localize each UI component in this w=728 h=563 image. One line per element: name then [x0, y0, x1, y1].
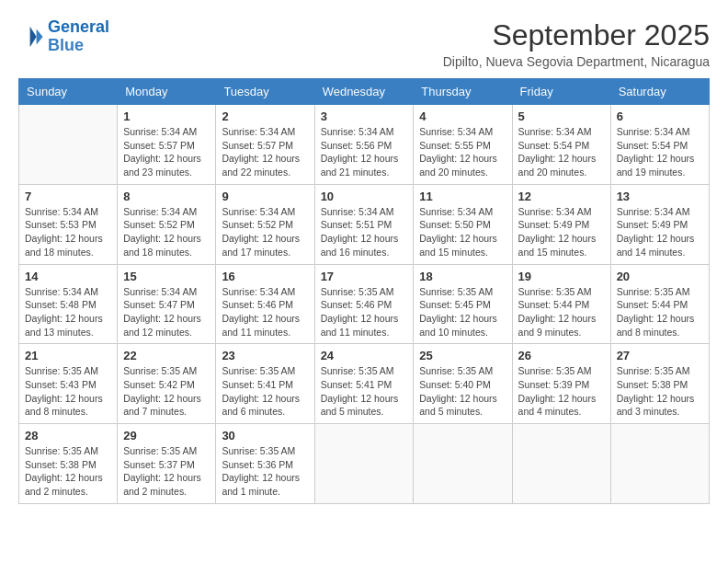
day-number: 20	[617, 270, 703, 283]
day-number: 16	[222, 270, 308, 283]
week-row-3: 14Sunrise: 5:34 AMSunset: 5:48 PMDayligh…	[19, 264, 710, 344]
day-number: 1	[123, 109, 210, 123]
day-number: 26	[518, 349, 605, 362]
day-number: 15	[123, 270, 210, 283]
day-info: Sunrise: 5:35 AMSunset: 5:44 PMDaylight:…	[518, 285, 605, 339]
calendar-cell: 7Sunrise: 5:34 AMSunset: 5:53 PMDaylight…	[19, 184, 118, 264]
day-info: Sunrise: 5:34 AMSunset: 5:54 PMDaylight:…	[617, 125, 703, 179]
day-number: 8	[123, 190, 210, 203]
day-number: 24	[321, 349, 408, 362]
day-number: 25	[419, 349, 506, 362]
day-number: 4	[419, 109, 506, 123]
day-info: Sunrise: 5:34 AMSunset: 5:51 PMDaylight:…	[321, 205, 408, 259]
svg-marker-0	[37, 29, 43, 44]
logo-text: General Blue	[48, 18, 109, 55]
day-number: 19	[518, 270, 605, 283]
week-row-4: 21Sunrise: 5:35 AMSunset: 5:43 PMDayligh…	[19, 344, 710, 424]
day-info: Sunrise: 5:35 AMSunset: 5:37 PMDaylight:…	[123, 444, 210, 499]
day-info: Sunrise: 5:35 AMSunset: 5:38 PMDaylight:…	[25, 444, 111, 499]
day-number: 6	[617, 109, 703, 123]
day-number: 30	[222, 429, 308, 442]
day-info: Sunrise: 5:35 AMSunset: 5:42 PMDaylight:…	[123, 364, 210, 419]
day-info: Sunrise: 5:35 AMSunset: 5:41 PMDaylight:…	[321, 364, 408, 419]
calendar-cell: 16Sunrise: 5:34 AMSunset: 5:46 PMDayligh…	[216, 264, 314, 344]
calendar-cell: 24Sunrise: 5:35 AMSunset: 5:41 PMDayligh…	[314, 344, 414, 424]
calendar-cell: 21Sunrise: 5:35 AMSunset: 5:43 PMDayligh…	[19, 344, 118, 424]
day-info: Sunrise: 5:35 AMSunset: 5:44 PMDaylight:…	[617, 285, 703, 339]
calendar-cell: 29Sunrise: 5:35 AMSunset: 5:37 PMDayligh…	[118, 424, 216, 504]
title-block: September 2025 Dipilto, Nueva Segovia De…	[443, 18, 710, 69]
weekday-header-thursday: Thursday	[414, 79, 512, 105]
day-info: Sunrise: 5:35 AMSunset: 5:41 PMDaylight:…	[222, 364, 308, 419]
day-info: Sunrise: 5:34 AMSunset: 5:47 PMDaylight:…	[123, 285, 210, 339]
day-info: Sunrise: 5:34 AMSunset: 5:49 PMDaylight:…	[617, 205, 703, 259]
logo: General Blue	[18, 18, 109, 55]
day-number: 23	[222, 349, 308, 362]
calendar-cell	[610, 424, 709, 504]
calendar-cell: 13Sunrise: 5:34 AMSunset: 5:49 PMDayligh…	[610, 184, 709, 264]
calendar-cell: 17Sunrise: 5:35 AMSunset: 5:46 PMDayligh…	[314, 264, 414, 344]
calendar-cell	[19, 105, 118, 185]
day-number: 14	[25, 270, 111, 283]
calendar-cell: 3Sunrise: 5:34 AMSunset: 5:56 PMDaylight…	[314, 105, 414, 185]
weekday-header-sunday: Sunday	[19, 79, 118, 105]
day-number: 11	[419, 190, 506, 203]
day-number: 2	[222, 109, 308, 123]
calendar-cell: 4Sunrise: 5:34 AMSunset: 5:55 PMDaylight…	[414, 105, 512, 185]
day-number: 29	[123, 429, 210, 442]
weekday-header-wednesday: Wednesday	[314, 79, 414, 105]
day-number: 18	[419, 270, 506, 283]
calendar-cell: 9Sunrise: 5:34 AMSunset: 5:52 PMDaylight…	[216, 184, 314, 264]
day-info: Sunrise: 5:35 AMSunset: 5:36 PMDaylight:…	[222, 444, 308, 499]
day-number: 10	[321, 190, 408, 203]
day-info: Sunrise: 5:34 AMSunset: 5:48 PMDaylight:…	[25, 285, 111, 339]
day-number: 27	[617, 349, 703, 362]
day-number: 3	[321, 109, 408, 123]
day-number: 28	[25, 429, 111, 442]
day-info: Sunrise: 5:34 AMSunset: 5:46 PMDaylight:…	[222, 285, 308, 339]
calendar-cell: 23Sunrise: 5:35 AMSunset: 5:41 PMDayligh…	[216, 344, 314, 424]
week-row-5: 28Sunrise: 5:35 AMSunset: 5:38 PMDayligh…	[19, 424, 710, 504]
weekday-header-tuesday: Tuesday	[216, 79, 314, 105]
day-info: Sunrise: 5:34 AMSunset: 5:54 PMDaylight:…	[518, 125, 605, 179]
weekday-header-saturday: Saturday	[610, 79, 709, 105]
calendar-cell: 30Sunrise: 5:35 AMSunset: 5:36 PMDayligh…	[216, 424, 314, 504]
day-number: 22	[123, 349, 210, 362]
day-number: 12	[518, 190, 605, 203]
day-info: Sunrise: 5:35 AMSunset: 5:43 PMDaylight:…	[25, 364, 111, 419]
weekday-header-friday: Friday	[512, 79, 610, 105]
day-info: Sunrise: 5:34 AMSunset: 5:56 PMDaylight:…	[321, 125, 408, 179]
svg-marker-1	[30, 27, 37, 47]
calendar: SundayMondayTuesdayWednesdayThursdayFrid…	[18, 78, 710, 504]
calendar-cell: 15Sunrise: 5:34 AMSunset: 5:47 PMDayligh…	[118, 264, 216, 344]
day-number: 13	[617, 190, 703, 203]
subtitle: Dipilto, Nueva Segovia Department, Nicar…	[443, 54, 710, 69]
calendar-cell	[414, 424, 512, 504]
day-info: Sunrise: 5:34 AMSunset: 5:57 PMDaylight:…	[222, 125, 308, 179]
day-info: Sunrise: 5:35 AMSunset: 5:39 PMDaylight:…	[518, 364, 605, 419]
calendar-cell: 27Sunrise: 5:35 AMSunset: 5:38 PMDayligh…	[610, 344, 709, 424]
weekday-header-row: SundayMondayTuesdayWednesdayThursdayFrid…	[19, 79, 710, 105]
calendar-cell: 11Sunrise: 5:34 AMSunset: 5:50 PMDayligh…	[414, 184, 512, 264]
day-number: 21	[25, 349, 111, 362]
page-header: General Blue September 2025 Dipilto, Nue…	[18, 18, 710, 69]
calendar-cell: 8Sunrise: 5:34 AMSunset: 5:52 PMDaylight…	[118, 184, 216, 264]
day-info: Sunrise: 5:34 AMSunset: 5:53 PMDaylight:…	[25, 205, 111, 259]
day-info: Sunrise: 5:35 AMSunset: 5:40 PMDaylight:…	[419, 364, 506, 419]
day-number: 9	[222, 190, 308, 203]
day-number: 5	[518, 109, 605, 123]
calendar-cell: 22Sunrise: 5:35 AMSunset: 5:42 PMDayligh…	[118, 344, 216, 424]
day-info: Sunrise: 5:34 AMSunset: 5:57 PMDaylight:…	[123, 125, 210, 179]
day-info: Sunrise: 5:34 AMSunset: 5:50 PMDaylight:…	[419, 205, 506, 259]
calendar-cell	[512, 424, 610, 504]
calendar-cell: 14Sunrise: 5:34 AMSunset: 5:48 PMDayligh…	[19, 264, 118, 344]
calendar-cell: 10Sunrise: 5:34 AMSunset: 5:51 PMDayligh…	[314, 184, 414, 264]
week-row-2: 7Sunrise: 5:34 AMSunset: 5:53 PMDaylight…	[19, 184, 710, 264]
month-year: September 2025	[443, 18, 710, 52]
logo-icon	[18, 24, 44, 50]
day-info: Sunrise: 5:35 AMSunset: 5:46 PMDaylight:…	[321, 285, 408, 339]
day-info: Sunrise: 5:34 AMSunset: 5:55 PMDaylight:…	[419, 125, 506, 179]
day-info: Sunrise: 5:34 AMSunset: 5:49 PMDaylight:…	[518, 205, 605, 259]
day-info: Sunrise: 5:34 AMSunset: 5:52 PMDaylight:…	[222, 205, 308, 259]
calendar-cell: 25Sunrise: 5:35 AMSunset: 5:40 PMDayligh…	[414, 344, 512, 424]
